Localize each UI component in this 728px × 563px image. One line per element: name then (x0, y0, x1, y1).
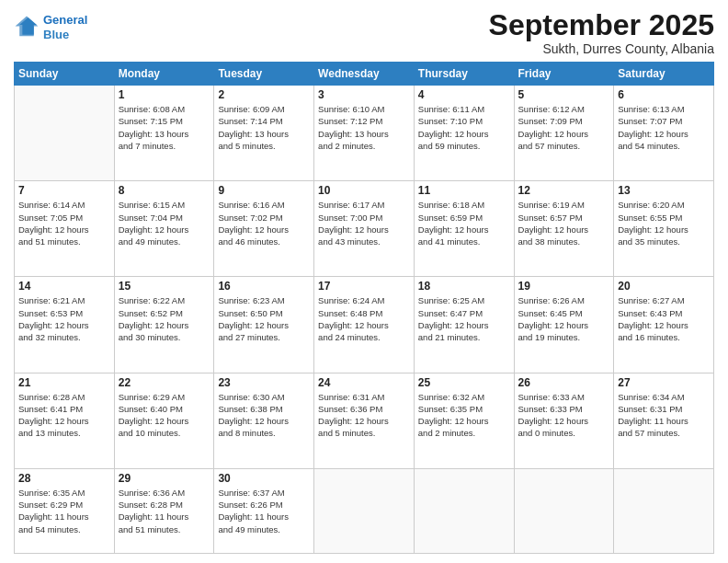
day-info: Sunrise: 6:16 AM Sunset: 7:02 PM Dayligh… (218, 199, 310, 247)
day-cell: 1Sunrise: 6:08 AM Sunset: 7:15 PM Daylig… (114, 86, 214, 181)
day-info: Sunrise: 6:34 AM Sunset: 6:31 PM Dayligh… (618, 391, 710, 440)
day-number: 23 (218, 376, 310, 389)
day-info: Sunrise: 6:27 AM Sunset: 6:43 PM Dayligh… (618, 294, 710, 343)
logo-text: General Blue (43, 13, 87, 41)
day-cell: 11Sunrise: 6:18 AM Sunset: 6:59 PM Dayli… (414, 181, 514, 277)
page: General Blue September 2025 Sukth, Durre… (0, 0, 728, 563)
day-number: 13 (618, 184, 710, 197)
logo-icon (14, 15, 40, 40)
day-cell: 12Sunrise: 6:19 AM Sunset: 6:57 PM Dayli… (514, 181, 614, 277)
day-number: 27 (618, 376, 710, 389)
day-number: 7 (18, 184, 110, 197)
header-row: SundayMondayTuesdayWednesdayThursdayFrid… (15, 63, 714, 86)
title-block: September 2025 Sukth, Durres County, Alb… (489, 9, 714, 56)
day-cell (614, 468, 714, 553)
day-cell: 30Sunrise: 6:37 AM Sunset: 6:26 PM Dayli… (214, 468, 314, 553)
day-info: Sunrise: 6:25 AM Sunset: 6:47 PM Dayligh… (418, 294, 510, 343)
day-info: Sunrise: 6:19 AM Sunset: 6:57 PM Dayligh… (518, 199, 610, 247)
day-info: Sunrise: 6:18 AM Sunset: 6:59 PM Dayligh… (418, 199, 510, 247)
day-info: Sunrise: 6:10 AM Sunset: 7:12 PM Dayligh… (318, 103, 410, 152)
day-number: 21 (18, 376, 110, 389)
day-cell: 7Sunrise: 6:14 AM Sunset: 7:05 PM Daylig… (15, 181, 115, 277)
day-cell: 6Sunrise: 6:13 AM Sunset: 7:07 PM Daylig… (614, 86, 714, 181)
day-info: Sunrise: 6:32 AM Sunset: 6:35 PM Dayligh… (418, 391, 510, 440)
day-number: 11 (418, 184, 510, 197)
day-cell: 16Sunrise: 6:23 AM Sunset: 6:50 PM Dayli… (214, 277, 314, 373)
day-info: Sunrise: 6:22 AM Sunset: 6:52 PM Dayligh… (119, 294, 210, 343)
day-info: Sunrise: 6:08 AM Sunset: 7:15 PM Dayligh… (119, 103, 210, 152)
day-cell: 19Sunrise: 6:26 AM Sunset: 6:45 PM Dayli… (514, 277, 614, 373)
day-cell (514, 468, 614, 553)
subtitle: Sukth, Durres County, Albania (489, 41, 714, 56)
day-number: 30 (218, 472, 310, 485)
week-row: 21Sunrise: 6:28 AM Sunset: 6:41 PM Dayli… (15, 373, 714, 468)
day-info: Sunrise: 6:24 AM Sunset: 6:48 PM Dayligh… (318, 294, 410, 343)
day-cell: 10Sunrise: 6:17 AM Sunset: 7:00 PM Dayli… (314, 181, 415, 277)
day-header: Tuesday (214, 63, 314, 86)
day-cell: 13Sunrise: 6:20 AM Sunset: 6:55 PM Dayli… (614, 181, 714, 277)
month-title: September 2025 (489, 9, 714, 41)
day-number: 12 (518, 184, 610, 197)
day-info: Sunrise: 6:36 AM Sunset: 6:28 PM Dayligh… (119, 487, 210, 535)
day-cell: 24Sunrise: 6:31 AM Sunset: 6:36 PM Dayli… (314, 373, 415, 468)
day-cell (15, 86, 115, 181)
day-cell: 20Sunrise: 6:27 AM Sunset: 6:43 PM Dayli… (614, 277, 714, 373)
day-number: 5 (518, 88, 610, 101)
day-number: 29 (119, 472, 210, 485)
day-info: Sunrise: 6:21 AM Sunset: 6:53 PM Dayligh… (18, 294, 110, 343)
day-number: 28 (18, 472, 110, 485)
day-info: Sunrise: 6:37 AM Sunset: 6:26 PM Dayligh… (218, 487, 310, 535)
day-number: 6 (618, 88, 710, 101)
day-number: 20 (618, 280, 710, 293)
day-number: 10 (318, 184, 410, 197)
day-info: Sunrise: 6:15 AM Sunset: 7:04 PM Dayligh… (119, 199, 210, 247)
day-info: Sunrise: 6:31 AM Sunset: 6:36 PM Dayligh… (318, 391, 410, 440)
week-row: 1Sunrise: 6:08 AM Sunset: 7:15 PM Daylig… (15, 86, 714, 181)
day-cell: 26Sunrise: 6:33 AM Sunset: 6:33 PM Dayli… (514, 373, 614, 468)
day-cell: 25Sunrise: 6:32 AM Sunset: 6:35 PM Dayli… (414, 373, 514, 468)
week-row: 14Sunrise: 6:21 AM Sunset: 6:53 PM Dayli… (15, 277, 714, 373)
day-info: Sunrise: 6:12 AM Sunset: 7:09 PM Dayligh… (518, 103, 610, 152)
day-number: 18 (418, 280, 510, 293)
day-cell: 2Sunrise: 6:09 AM Sunset: 7:14 PM Daylig… (214, 86, 314, 181)
day-number: 14 (18, 280, 110, 293)
day-number: 2 (218, 88, 310, 101)
day-cell: 28Sunrise: 6:35 AM Sunset: 6:29 PM Dayli… (15, 468, 115, 553)
day-number: 24 (318, 376, 410, 389)
day-cell (414, 468, 514, 553)
day-header: Thursday (414, 63, 514, 86)
day-cell: 17Sunrise: 6:24 AM Sunset: 6:48 PM Dayli… (314, 277, 415, 373)
day-number: 26 (518, 376, 610, 389)
day-cell: 8Sunrise: 6:15 AM Sunset: 7:04 PM Daylig… (114, 181, 214, 277)
day-number: 19 (518, 280, 610, 293)
day-cell: 4Sunrise: 6:11 AM Sunset: 7:10 PM Daylig… (414, 86, 514, 181)
day-info: Sunrise: 6:30 AM Sunset: 6:38 PM Dayligh… (218, 391, 310, 440)
day-number: 4 (418, 88, 510, 101)
day-cell: 29Sunrise: 6:36 AM Sunset: 6:28 PM Dayli… (114, 468, 214, 553)
day-info: Sunrise: 6:11 AM Sunset: 7:10 PM Dayligh… (418, 103, 510, 152)
day-cell: 27Sunrise: 6:34 AM Sunset: 6:31 PM Dayli… (614, 373, 714, 468)
day-info: Sunrise: 6:23 AM Sunset: 6:50 PM Dayligh… (218, 294, 310, 343)
logo-line1: General (43, 13, 87, 27)
day-info: Sunrise: 6:13 AM Sunset: 7:07 PM Dayligh… (618, 103, 710, 152)
day-header: Sunday (15, 63, 115, 86)
day-number: 8 (119, 184, 210, 197)
day-number: 1 (119, 88, 210, 101)
day-info: Sunrise: 6:28 AM Sunset: 6:41 PM Dayligh… (18, 391, 110, 440)
day-number: 17 (318, 280, 410, 293)
calendar: SundayMondayTuesdayWednesdayThursdayFrid… (14, 62, 714, 554)
day-cell: 23Sunrise: 6:30 AM Sunset: 6:38 PM Dayli… (214, 373, 314, 468)
day-info: Sunrise: 6:17 AM Sunset: 7:00 PM Dayligh… (318, 199, 410, 247)
day-number: 9 (218, 184, 310, 197)
day-cell (314, 468, 415, 553)
logo: General Blue (14, 13, 87, 41)
day-number: 3 (318, 88, 410, 101)
day-number: 15 (119, 280, 210, 293)
day-info: Sunrise: 6:14 AM Sunset: 7:05 PM Dayligh… (18, 199, 110, 247)
header: General Blue September 2025 Sukth, Durre… (14, 9, 714, 56)
day-cell: 3Sunrise: 6:10 AM Sunset: 7:12 PM Daylig… (314, 86, 415, 181)
day-cell: 18Sunrise: 6:25 AM Sunset: 6:47 PM Dayli… (414, 277, 514, 373)
day-info: Sunrise: 6:09 AM Sunset: 7:14 PM Dayligh… (218, 103, 310, 152)
day-info: Sunrise: 6:29 AM Sunset: 6:40 PM Dayligh… (119, 391, 210, 440)
week-row: 28Sunrise: 6:35 AM Sunset: 6:29 PM Dayli… (15, 468, 714, 553)
